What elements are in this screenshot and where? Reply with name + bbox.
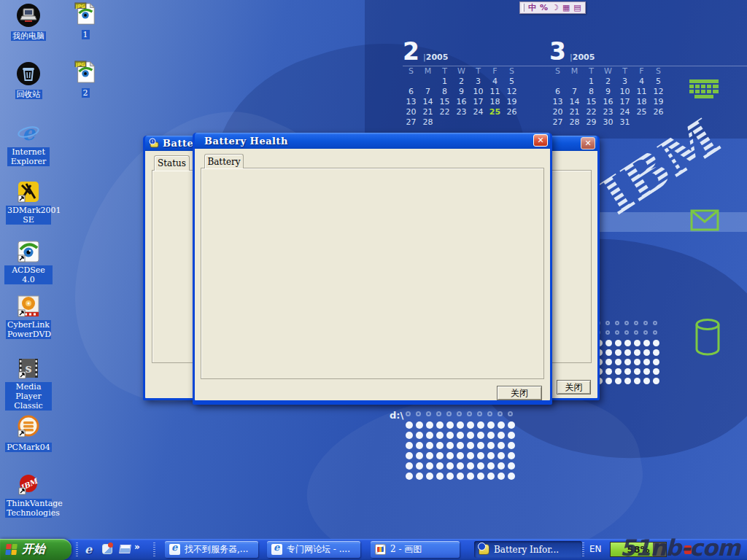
ime-softkeyboard-icon[interactable]: ▦	[562, 2, 570, 13]
wallpaper-dot	[446, 452, 454, 459]
wallpaper-dot	[436, 421, 444, 429]
desktop-icon-label: ACDSee 4.0	[4, 265, 53, 284]
desktop-icon-acdsee[interactable]: ACDSee 4.0	[4, 239, 53, 285]
desktop-icon-internet-explorer[interactable]: e Internet Explorer	[4, 121, 53, 167]
tab-status[interactable]: Status	[154, 155, 190, 171]
close-icon[interactable]: ✕	[533, 134, 548, 147]
calendar-grid: SMTWTFS123456789101112131415161718192021…	[549, 66, 675, 127]
wallpaper-dot	[446, 472, 454, 480]
desktop-file-2[interactable]: JPG 2	[69, 60, 102, 98]
desktop-icon-label: 我的电脑	[11, 31, 46, 41]
close-icon[interactable]: ✕	[581, 137, 595, 149]
calendar-day: 6	[403, 86, 419, 96]
ime-grip[interactable]	[522, 4, 525, 12]
taskbar-button-1[interactable]: 找不到服务器,...	[165, 541, 258, 558]
wallpaper-dot	[498, 472, 505, 480]
calendar-day: 14	[419, 96, 436, 106]
show-desktop-icon[interactable]	[118, 542, 131, 556]
desktop-icon-my-computer[interactable]: 我的电脑	[4, 3, 53, 42]
calendar-day: 22	[436, 106, 453, 117]
battery-icon	[479, 544, 489, 555]
close-button[interactable]: 关闭	[497, 386, 542, 400]
wallpaper-dot	[508, 462, 515, 470]
ime-menu-icon[interactable]: ▤	[573, 2, 581, 13]
wallpaper-dot	[615, 378, 622, 384]
calendar-day: 16	[453, 96, 470, 106]
wallpaper-dot	[615, 340, 622, 346]
calendar-march: 3 |2005 SMTWTFS1234567891011121314151617…	[549, 39, 675, 127]
calendar-day	[503, 117, 520, 127]
wallpaper-dot	[487, 411, 492, 416]
wallpaper-dot	[624, 330, 629, 335]
ibm-logo: IBM	[587, 104, 747, 255]
calendar-day: 4	[633, 76, 650, 86]
desktop-icon-pcmark04[interactable]: PCMark04	[4, 414, 53, 453]
calendar-day: 28	[566, 117, 583, 127]
wallpaper-dot	[634, 340, 640, 346]
desktop-icon-powerdvd[interactable]: CyberLink PowerDVD	[4, 294, 53, 340]
ime-width-icon[interactable]: %	[540, 2, 548, 13]
wallpaper-dot	[487, 462, 495, 470]
wallpaper-dot	[643, 368, 650, 375]
battery-health-dialog: Battery Health ✕ Battery Battery Health …	[193, 133, 552, 405]
desktop-icon-thinkvantage[interactable]: IBM ThinkVantage Technologies	[4, 472, 53, 518]
wallpaper-dot	[436, 452, 444, 459]
wallpaper-dot	[426, 462, 433, 470]
wallpaper-dot	[615, 368, 622, 375]
tab-battery[interactable]: Battery	[204, 154, 244, 168]
wallpaper-dot	[446, 432, 454, 439]
wallpaper-dot	[467, 452, 474, 459]
taskbar-button-2[interactable]: 专门网论坛 - ....	[267, 541, 360, 558]
wallpaper-dot	[477, 452, 484, 459]
dots-grid-bottom	[406, 411, 518, 483]
taskbar-button-label: Battery Infor...	[494, 545, 559, 555]
wallpaper-dot	[436, 472, 444, 480]
desktop-icon-recycle-bin[interactable]: 回收站	[4, 61, 53, 100]
wallpaper-dot	[624, 321, 629, 325]
wallpaper-dot	[467, 442, 474, 449]
dots-grid-right	[596, 321, 662, 387]
taskbar-button-4[interactable]: Battery Infor...	[474, 541, 582, 558]
wallpaper-dot	[406, 411, 411, 416]
quicklaunch-chevron-icon[interactable]: »	[134, 542, 140, 552]
close-button[interactable]: 关闭	[557, 380, 591, 394]
calendar-weekday: T	[436, 66, 453, 76]
svg-text:JPG: JPG	[75, 4, 85, 9]
desktop-icon-label: PCMark04	[5, 443, 52, 452]
wallpaper-dot	[605, 330, 610, 335]
calendar-weekday: M	[566, 66, 583, 76]
wallpaper-dot	[446, 442, 454, 449]
wallpaper-dot	[615, 359, 622, 365]
cylinder-icon	[693, 318, 722, 356]
calendar-day: 23	[453, 106, 470, 117]
wallpaper-dot	[426, 411, 431, 416]
ime-language-bar[interactable]: 中 % ☽ ▦ ▤	[519, 1, 586, 14]
start-button[interactable]: 开始	[0, 539, 71, 560]
taskbar-button-3[interactable]: 2 - 画图	[371, 541, 460, 558]
wallpaper-dot	[624, 378, 631, 384]
wallpaper-dot	[477, 442, 484, 449]
wallpaper-dot	[406, 462, 413, 470]
taskbar-separator	[76, 542, 78, 556]
ie-quicklaunch-icon[interactable]: e	[82, 542, 95, 556]
wallpaper-dot	[498, 432, 505, 439]
desktop-icon-media-player-classic[interactable]: s Media Player Classic	[4, 356, 53, 411]
desktop-file-1[interactable]: JPG 1	[69, 1, 102, 40]
jpg-file-icon: JPG	[74, 60, 97, 85]
battery-health-titlebar[interactable]: Battery Health ✕	[195, 133, 550, 149]
ie-shortcut-icon[interactable]	[101, 542, 114, 556]
desktop-icon-label: 3DMark2001 SE	[6, 206, 51, 225]
calendar-day: 30	[600, 117, 616, 127]
language-indicator[interactable]: EN	[589, 544, 602, 554]
calendar-day: 1	[583, 76, 600, 86]
calendar-weekday: F	[487, 66, 503, 76]
ime-chinese-mode-icon[interactable]: 中	[528, 2, 536, 13]
calendar-weekday: S	[549, 66, 566, 76]
wallpaper-dot	[436, 411, 441, 416]
calendar-day: 27	[549, 117, 566, 127]
desktop-icon-3dmark2001[interactable]: 3DMark2001 SE	[4, 179, 53, 225]
ime-punctuation-icon[interactable]: ☽	[551, 2, 559, 13]
calendar-day: 25	[487, 106, 503, 117]
calendar-day: 31	[616, 117, 633, 127]
calendar-day: 22	[583, 106, 600, 117]
